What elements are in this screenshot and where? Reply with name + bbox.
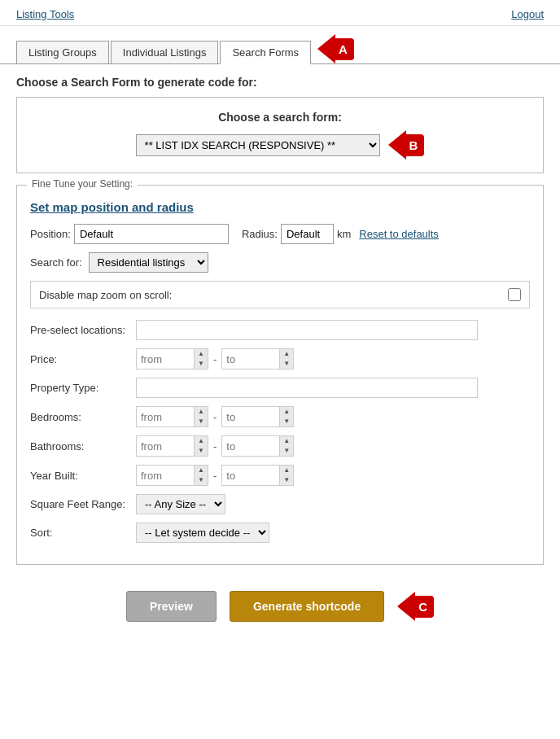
price-to-spinner: ▲ ▼ — [221, 348, 294, 370]
bathrooms-to-spinbtns: ▲ ▼ — [279, 436, 293, 456]
year-from-spinbtns: ▲ ▼ — [194, 466, 208, 485]
bathrooms-from-input[interactable] — [137, 438, 194, 455]
year-to-up[interactable]: ▲ — [280, 466, 293, 475]
price-from-spinbtns: ▲ ▼ — [194, 349, 208, 369]
sqft-row: Square Feet Range: -- Any Size -- Under … — [30, 494, 530, 514]
bathrooms-to-up[interactable]: ▲ — [280, 436, 293, 446]
bedrooms-to-input[interactable] — [222, 409, 279, 426]
generate-shortcode-button[interactable]: Generate shortcode — [230, 591, 384, 622]
year-built-label: Year Built: — [30, 470, 136, 482]
tab-listing-groups[interactable]: Listing Groups — [16, 41, 109, 63]
price-from-input[interactable] — [137, 351, 194, 368]
arrow-c-label: C — [415, 596, 434, 618]
year-to-input[interactable] — [222, 467, 279, 484]
tab-search-forms[interactable]: Search Forms — [220, 41, 311, 64]
pos-radius-row: Position: Radius: km Reset to defaults — [30, 224, 530, 244]
arrow-a-wrapper: A — [317, 34, 354, 63]
disable-zoom-row: Disable map zoom on scroll: — [30, 281, 530, 308]
price-sep: - — [213, 353, 217, 365]
choose-form-row: ** LIST IDX SEARCH (RESPONSIVE) ** B — [33, 130, 527, 160]
price-to-down[interactable]: ▼ — [280, 359, 293, 369]
bathrooms-from-spinner: ▲ ▼ — [136, 435, 208, 457]
search-for-label: Search for: — [30, 256, 82, 269]
year-to-spinbtns: ▲ ▼ — [279, 466, 293, 485]
year-from-down[interactable]: ▼ — [195, 475, 208, 485]
price-label: Price: — [30, 353, 136, 365]
property-type-label: Property Type: — [30, 382, 136, 394]
bedrooms-label: Bedrooms: — [30, 411, 136, 423]
radius-input[interactable] — [281, 224, 334, 244]
buttons-row: Preview Generate shortcode C — [0, 576, 560, 633]
preselect-input[interactable] — [136, 320, 478, 340]
tabs-container: Listing Groups Individual Listings Searc… — [0, 26, 560, 64]
price-from-up[interactable]: ▲ — [195, 349, 208, 359]
bathrooms-range-wrapper: ▲ ▼ - ▲ ▼ — [136, 435, 294, 457]
year-built-row: Year Built: ▲ ▼ - ▲ ▼ — [30, 465, 530, 486]
bedrooms-from-input[interactable] — [137, 409, 194, 426]
preview-button[interactable]: Preview — [126, 591, 217, 622]
reset-defaults-link[interactable]: Reset to defaults — [359, 228, 439, 240]
bedrooms-from-down[interactable]: ▼ — [195, 417, 208, 426]
sqft-select[interactable]: -- Any Size -- Under 500 500-1000 1000-1… — [136, 494, 225, 514]
sort-select[interactable]: -- Let system decide -- Price Low to Hig… — [136, 523, 269, 543]
top-bar: Listing Tools Logout — [0, 0, 560, 26]
year-to-spinner: ▲ ▼ — [221, 465, 294, 486]
preselect-label: Pre-select locations: — [30, 324, 136, 336]
year-from-spinner: ▲ ▼ — [136, 465, 208, 486]
arrow-a-label: A — [335, 38, 354, 60]
search-for-select[interactable]: Residential listings Commercial listings… — [89, 252, 208, 273]
choose-form-label: Choose a search form: — [33, 111, 527, 124]
bathrooms-from-up[interactable]: ▲ — [195, 436, 208, 446]
bathrooms-from-spinbtns: ▲ ▼ — [194, 436, 208, 456]
price-to-input[interactable] — [222, 351, 279, 368]
listing-tools-link[interactable]: Listing Tools — [16, 8, 74, 20]
search-form-select[interactable]: ** LIST IDX SEARCH (RESPONSIVE) ** — [136, 134, 380, 156]
price-to-up[interactable]: ▲ — [280, 349, 293, 359]
logout-link[interactable]: Logout — [511, 8, 544, 20]
year-from-up[interactable]: ▲ — [195, 466, 208, 475]
arrow-c-wrapper: C — [397, 592, 434, 621]
bedrooms-range-wrapper: ▲ ▼ - ▲ ▼ — [136, 406, 294, 427]
price-range-wrapper: ▲ ▼ - ▲ ▼ — [136, 348, 294, 370]
search-for-row: Search for: Residential listings Commerc… — [30, 252, 530, 273]
year-from-input[interactable] — [137, 467, 194, 484]
bathrooms-from-down[interactable]: ▼ — [195, 446, 208, 456]
position-label: Position: — [30, 228, 71, 240]
bedrooms-to-spinbtns: ▲ ▼ — [279, 407, 293, 426]
position-input[interactable] — [74, 224, 229, 244]
property-type-row: Property Type: — [30, 378, 530, 398]
map-position-link[interactable]: Set map position and radius — [30, 200, 530, 214]
arrow-a-icon — [317, 34, 335, 63]
preselect-locations-row: Pre-select locations: — [30, 320, 530, 340]
price-to-spinbtns: ▲ ▼ — [279, 349, 293, 369]
year-to-down[interactable]: ▼ — [280, 475, 293, 485]
arrow-b-label: B — [406, 134, 425, 156]
disable-zoom-checkbox[interactable] — [508, 288, 521, 301]
finetune-box: Fine Tune your Setting: Set map position… — [16, 185, 544, 565]
bathrooms-to-down[interactable]: ▼ — [280, 446, 293, 456]
bedrooms-to-spinner: ▲ ▼ — [221, 406, 294, 427]
year-sep: - — [213, 470, 217, 482]
bathrooms-to-input[interactable] — [222, 438, 279, 455]
bathrooms-row: Bathrooms: ▲ ▼ - ▲ ▼ — [30, 435, 530, 457]
price-from-down[interactable]: ▼ — [195, 359, 208, 369]
radius-label: Radius: — [242, 228, 278, 240]
bedrooms-from-up[interactable]: ▲ — [195, 407, 208, 417]
section-title: Choose a Search Form to generate code fo… — [0, 64, 560, 97]
bedrooms-sep: - — [213, 411, 217, 423]
arrow-c-icon — [397, 592, 415, 621]
year-built-range-wrapper: ▲ ▼ - ▲ ▼ — [136, 465, 294, 486]
property-type-input[interactable] — [136, 378, 478, 398]
bedrooms-from-spinbtns: ▲ ▼ — [194, 407, 208, 426]
finetune-legend: Fine Tune your Setting: — [27, 178, 138, 190]
sort-label: Sort: — [30, 527, 136, 539]
bedrooms-from-spinner: ▲ ▼ — [136, 406, 208, 427]
disable-zoom-label: Disable map zoom on scroll: — [39, 289, 508, 301]
bedrooms-to-down[interactable]: ▼ — [280, 417, 293, 426]
km-label: km — [337, 228, 351, 240]
bathrooms-to-spinner: ▲ ▼ — [221, 435, 294, 457]
arrow-b-icon — [388, 130, 406, 160]
tab-individual-listings[interactable]: Individual Listings — [111, 41, 219, 63]
bedrooms-to-up[interactable]: ▲ — [280, 407, 293, 417]
bathrooms-label: Bathrooms: — [30, 440, 136, 453]
